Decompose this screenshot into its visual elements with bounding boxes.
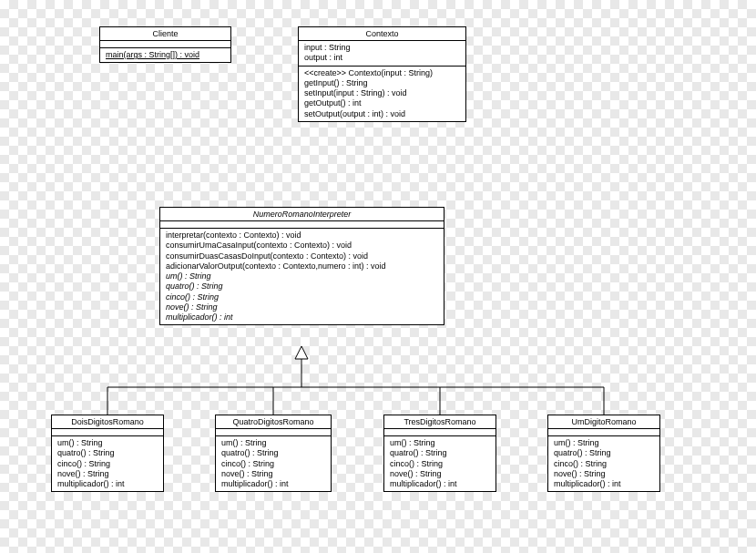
op: nove() : String (554, 469, 654, 479)
class-name: DoisDigitosRomano (52, 415, 163, 429)
op: um() : String (166, 271, 438, 282)
op: multiplicador() : int (221, 479, 325, 489)
op: setInput(input : String) : void (304, 88, 460, 98)
uml-class-tres: TresDigitosRomano um() : String quatro()… (383, 415, 496, 492)
class-attrs (216, 429, 331, 436)
op: interpretar(contexto : Contexto) : void (166, 230, 438, 241)
op: <<create>> Contexto(input : String) (304, 68, 460, 78)
generalization-arrowhead (295, 346, 308, 359)
op: cinco() : String (221, 459, 325, 469)
class-ops: um() : String quatro() : String cinco() … (384, 436, 495, 491)
op: quatro() : String (221, 448, 325, 458)
op: um() : String (221, 438, 325, 448)
class-attrs (100, 41, 230, 48)
uml-class-um: UmDigitoRomano um() : String quatro() : … (547, 415, 660, 492)
class-attrs (384, 429, 495, 436)
class-attrs (160, 221, 444, 229)
class-ops: um() : String quatro() : String cinco() … (216, 436, 331, 491)
op: setOutput(output : int) : void (304, 109, 460, 119)
class-ops: um() : String quatro() : String cinco() … (548, 436, 659, 491)
attr: input : String (304, 43, 460, 53)
op: nove() : String (221, 469, 325, 479)
class-name: Contexto (299, 27, 465, 41)
op: cinco() : String (390, 459, 490, 469)
op: cinco() : String (166, 292, 438, 302)
op: consumirDuasCasasDoInput(contexto : Cont… (166, 251, 438, 261)
op: um() : String (554, 438, 654, 448)
op: multiplicador() : int (554, 479, 654, 489)
op: consumirUmaCasaInput(contexto : Contexto… (166, 241, 438, 251)
uml-class-cliente: Cliente main(args : String[]) : void (99, 26, 231, 63)
op: nove() : String (57, 469, 158, 479)
op: quatro() : String (390, 448, 490, 458)
uml-class-contexto: Contexto input : String output : int <<c… (298, 26, 466, 122)
op: um() : String (390, 438, 490, 448)
class-name: Cliente (100, 27, 230, 41)
op: multiplicador() : int (57, 479, 158, 489)
op: cinco() : String (554, 459, 654, 469)
class-name: NumeroRomanoInterpreter (160, 208, 444, 221)
op: cinco() : String (57, 459, 158, 469)
attr: output : int (304, 53, 460, 63)
op: nove() : String (166, 302, 438, 312)
class-attrs: input : String output : int (299, 41, 465, 67)
class-ops: interpretar(contexto : Contexto) : void … (160, 229, 444, 324)
op: adicionarValorOutput(contexto : Contexto… (166, 261, 438, 271)
class-attrs (548, 429, 659, 436)
svg-marker-0 (295, 346, 308, 359)
op: um() : String (57, 438, 158, 448)
op: quatro() : String (554, 448, 654, 458)
op: main(args : String[]) : void (106, 50, 225, 60)
uml-class-quatro: QuatroDigitosRomano um() : String quatro… (215, 415, 332, 492)
class-name: UmDigitoRomano (548, 415, 659, 429)
class-ops: <<create>> Contexto(input : String) getI… (299, 67, 465, 121)
class-attrs (52, 429, 163, 436)
class-name: TresDigitosRomano (384, 415, 495, 429)
uml-class-dois: DoisDigitosRomano um() : String quatro()… (51, 415, 164, 492)
op: getOutput() : int (304, 98, 460, 108)
class-ops: um() : String quatro() : String cinco() … (52, 436, 163, 491)
op: multiplicador() : int (166, 312, 438, 323)
op: quatro() : String (166, 282, 438, 292)
class-ops: main(args : String[]) : void (100, 48, 230, 62)
op: quatro() : String (57, 448, 158, 458)
class-name: QuatroDigitosRomano (216, 415, 331, 429)
op: multiplicador() : int (390, 479, 490, 489)
op: getInput() : String (304, 78, 460, 88)
op: nove() : String (390, 469, 490, 479)
uml-class-interpreter: NumeroRomanoInterpreter interpretar(cont… (159, 207, 444, 325)
